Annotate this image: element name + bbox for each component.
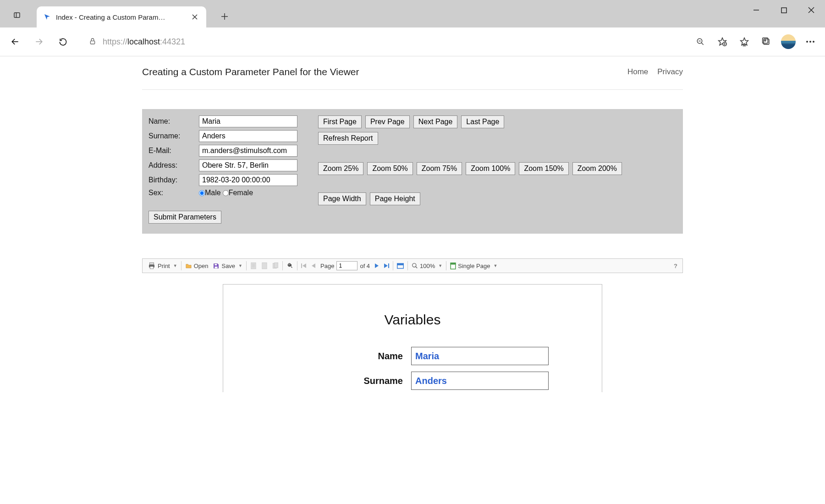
collections-icon[interactable]	[756, 32, 776, 52]
page-height-button[interactable]: Page Height	[370, 192, 420, 205]
nav-home[interactable]: Home	[627, 67, 648, 77]
browser-chrome: Index - Creating a Custom Param…	[0, 0, 825, 56]
page-width-button[interactable]: Page Width	[318, 192, 366, 205]
input-email[interactable]	[199, 145, 297, 157]
nav-privacy[interactable]: Privacy	[657, 67, 683, 77]
new-tab-button[interactable]	[215, 7, 234, 26]
submit-parameters-button[interactable]: Submit Parameters	[148, 211, 221, 224]
tb-page-of: of 4	[358, 259, 372, 273]
zoom-50-button[interactable]: Zoom 50%	[367, 162, 412, 175]
input-birthday[interactable]	[199, 174, 297, 186]
tb-view-mode-label: Single Page	[458, 263, 490, 269]
tb-prev-icon[interactable]	[309, 259, 318, 273]
close-window-button[interactable]	[798, 0, 825, 20]
svg-marker-48	[384, 263, 388, 268]
address-bar-row: https://localhost:44321	[0, 27, 825, 56]
tab-actions-icon[interactable]	[9, 7, 25, 23]
add-favorite-icon[interactable]	[712, 32, 732, 52]
url-text: https://localhost:44321	[103, 37, 185, 47]
zoom-out-icon[interactable]	[690, 32, 710, 52]
favorites-icon[interactable]	[734, 32, 754, 52]
first-page-button[interactable]: First Page	[318, 115, 362, 128]
tb-next-icon[interactable]	[372, 259, 381, 273]
label-birthday: Birthday:	[148, 176, 199, 184]
label-surname: Surname:	[148, 132, 199, 140]
minimize-button[interactable]	[742, 0, 770, 20]
tb-save[interactable]: Save▼	[210, 259, 245, 273]
radio-female-label: Female	[229, 189, 253, 197]
var-value: Maria	[411, 347, 549, 365]
label-sex: Sex:	[148, 189, 199, 197]
prev-page-button[interactable]: Prev Page	[365, 115, 410, 128]
profile-button[interactable]	[778, 32, 798, 52]
radio-male-label: Male	[205, 189, 221, 197]
last-page-button[interactable]: Last Page	[461, 115, 504, 128]
page-viewport[interactable]: Creating a Custom Parameter Panel for th…	[0, 56, 825, 392]
svg-point-28	[809, 41, 811, 43]
tb-last-icon[interactable]	[381, 259, 391, 273]
svg-rect-49	[388, 263, 389, 268]
radio-sex-group: Male Female	[199, 189, 300, 197]
svg-marker-20	[741, 38, 748, 45]
svg-rect-55	[451, 263, 456, 264]
var-label: Name	[251, 351, 411, 362]
tb-doc3-icon[interactable]	[270, 259, 281, 273]
label-name: Name:	[148, 117, 199, 126]
forward-button[interactable]	[28, 31, 50, 52]
address-bar[interactable]: https://localhost:44321	[81, 33, 683, 51]
zoom-150-button[interactable]: Zoom 150%	[519, 162, 568, 175]
svg-line-14	[701, 43, 704, 45]
report-area: Variables Name Maria Surname Anders	[142, 273, 683, 392]
refresh-button[interactable]	[52, 31, 73, 52]
tb-view-mode[interactable]: Single Page▼	[448, 259, 500, 273]
close-tab-button[interactable]	[190, 12, 200, 22]
label-address: Address:	[148, 161, 199, 170]
input-address[interactable]	[199, 159, 297, 171]
tb-open-label: Open	[194, 263, 209, 269]
report-toolbar: Print▼ Open Save▼ Page of 4	[142, 258, 683, 273]
svg-point-27	[806, 41, 808, 43]
input-name[interactable]	[199, 115, 297, 127]
svg-marker-47	[375, 263, 379, 268]
input-surname[interactable]	[199, 130, 297, 142]
tb-help-icon[interactable]: ?	[671, 259, 680, 273]
browser-tab[interactable]: Index - Creating a Custom Param…	[37, 6, 206, 27]
svg-point-52	[412, 263, 416, 267]
zoom-75-button[interactable]: Zoom 75%	[417, 162, 462, 175]
tb-page-label: Page	[318, 259, 336, 273]
svg-marker-45	[302, 263, 306, 268]
settings-menu-button[interactable]	[800, 32, 820, 52]
back-button[interactable]	[5, 31, 26, 52]
tab-title: Index - Creating a Custom Param…	[56, 13, 185, 21]
refresh-report-button[interactable]: Refresh Report	[318, 132, 378, 145]
tb-doc1-icon[interactable]	[248, 259, 259, 273]
zoom-25-button[interactable]: Zoom 25%	[318, 162, 363, 175]
tb-fullscreen-icon[interactable]	[395, 259, 406, 273]
radio-male[interactable]	[199, 190, 205, 196]
var-value: Anders	[411, 372, 549, 390]
tb-doc2-icon[interactable]	[259, 259, 270, 273]
svg-point-29	[813, 41, 814, 43]
svg-rect-7	[781, 8, 786, 13]
tb-print[interactable]: Print▼	[145, 259, 180, 273]
zoom-200-button[interactable]: Zoom 200%	[572, 162, 622, 175]
variables-table: Name Maria Surname Anders	[251, 347, 574, 390]
tb-page-input[interactable]	[336, 261, 358, 270]
zoom-100-button[interactable]: Zoom 100%	[466, 162, 515, 175]
tb-save-label: Save	[221, 263, 235, 269]
tb-find-icon[interactable]	[284, 259, 296, 273]
tb-zoom[interactable]: 100%▼	[409, 259, 445, 273]
report-title: Variables	[251, 312, 574, 328]
label-email: E-Mail:	[148, 147, 199, 155]
report-page: Variables Name Maria Surname Anders	[223, 284, 602, 392]
tb-zoom-label: 100%	[420, 263, 435, 269]
tb-print-label: Print	[158, 263, 170, 269]
table-row: Surname Anders	[251, 372, 574, 390]
tb-open[interactable]: Open	[183, 259, 211, 273]
svg-rect-35	[251, 263, 256, 269]
radio-female[interactable]	[223, 190, 229, 196]
svg-point-43	[290, 264, 292, 266]
maximize-button[interactable]	[770, 0, 798, 20]
next-page-button[interactable]: Next Page	[413, 115, 458, 128]
tb-first-icon[interactable]	[299, 259, 309, 273]
